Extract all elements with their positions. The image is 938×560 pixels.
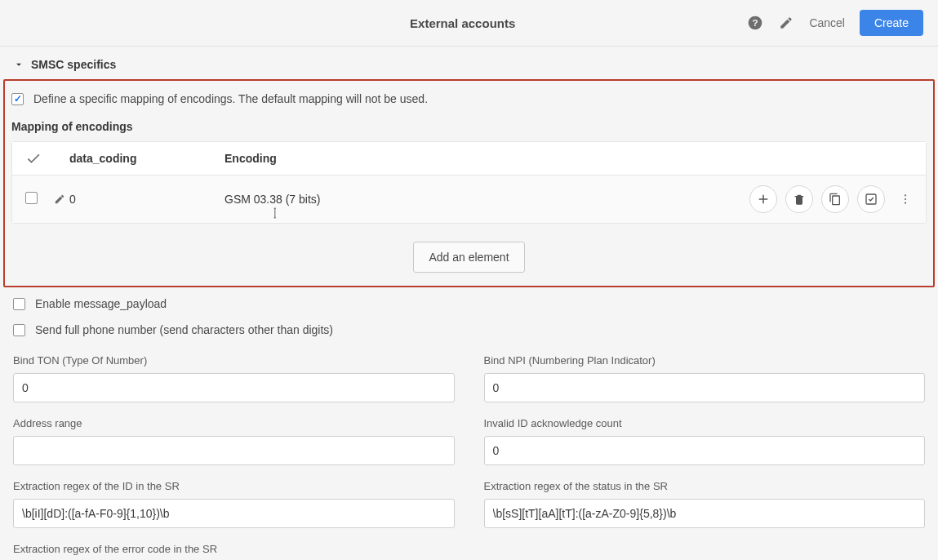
bind-ton-field: Bind TON (Type Of Number) bbox=[13, 354, 455, 402]
address-range-field: Address range bbox=[13, 417, 455, 465]
regex-status-label: Extraction regex of the status in the SR bbox=[484, 480, 926, 492]
more-icon[interactable] bbox=[898, 193, 913, 206]
row-actions bbox=[749, 185, 913, 213]
bind-npi-field: Bind NPI (Numbering Plan Indicator) bbox=[484, 354, 926, 402]
cursor-icon bbox=[270, 207, 282, 219]
svg-rect-2 bbox=[866, 194, 876, 204]
row-data-coding: 0 bbox=[69, 193, 224, 206]
form-grid: Bind TON (Type Of Number) Bind NPI (Numb… bbox=[0, 349, 938, 560]
row-encoding: GSM 03.38 (7 bits) bbox=[224, 193, 749, 206]
define-mapping-label: Define a specific mapping of encodings. … bbox=[33, 92, 428, 105]
row-encoding-value: GSM 03.38 (7 bits) bbox=[224, 193, 321, 206]
col-encoding[interactable]: Encoding bbox=[224, 152, 913, 165]
regex-id-input[interactable] bbox=[13, 499, 455, 528]
row-edit-icon[interactable] bbox=[50, 193, 69, 205]
regex-id-field: Extraction regex of the ID in the SR bbox=[13, 480, 455, 528]
svg-point-3 bbox=[905, 194, 906, 196]
regex-status-field: Extraction regex of the status in the SR bbox=[484, 480, 926, 528]
help-icon[interactable]: ? bbox=[747, 15, 763, 31]
page-header: External accounts ? Cancel Create bbox=[0, 0, 938, 47]
regex-status-input[interactable] bbox=[484, 499, 926, 528]
enable-payload-label: Enable message_payload bbox=[35, 297, 167, 310]
mapping-panel: Define a specific mapping of encodings. … bbox=[3, 79, 935, 287]
table-row[interactable]: 0 GSM 03.38 (7 bits) bbox=[12, 176, 926, 223]
svg-point-5 bbox=[905, 202, 906, 204]
col-data-coding[interactable]: data_coding bbox=[69, 152, 224, 165]
send-full-phone-label: Send full phone number (send characters … bbox=[35, 323, 333, 336]
options-area: Enable message_payload Send full phone n… bbox=[0, 287, 938, 336]
send-full-phone-row: Send full phone number (send characters … bbox=[13, 323, 925, 336]
define-mapping-checkbox[interactable] bbox=[11, 93, 24, 105]
table-header: data_coding Encoding bbox=[12, 142, 926, 176]
bind-npi-input[interactable] bbox=[484, 373, 926, 402]
svg-point-4 bbox=[905, 198, 906, 200]
mapping-subhead: Mapping of encodings bbox=[11, 120, 927, 133]
bind-ton-input[interactable] bbox=[13, 373, 455, 402]
invalid-ack-label: Invalid ID acknowledge count bbox=[484, 417, 926, 429]
address-range-label: Address range bbox=[13, 417, 455, 429]
select-row-button[interactable] bbox=[857, 185, 885, 213]
bind-npi-label: Bind NPI (Numbering Plan Indicator) bbox=[484, 354, 926, 367]
create-button[interactable]: Create bbox=[860, 10, 923, 36]
row-checkbox[interactable] bbox=[25, 192, 38, 204]
bind-ton-label: Bind TON (Type Of Number) bbox=[13, 354, 455, 367]
cancel-button[interactable]: Cancel bbox=[809, 16, 845, 29]
regex-id-label: Extraction regex of the ID in the SR bbox=[13, 480, 455, 492]
send-full-phone-checkbox[interactable] bbox=[13, 324, 25, 336]
add-row-button[interactable] bbox=[749, 185, 777, 213]
address-range-input[interactable] bbox=[13, 436, 455, 465]
edit-icon[interactable] bbox=[778, 15, 794, 31]
regex-err-field: Extraction regex of the error code in th… bbox=[13, 543, 925, 560]
add-element-button[interactable]: Add an element bbox=[413, 242, 524, 273]
mapping-table: data_coding Encoding 0 GSM 03.38 (7 bits… bbox=[11, 141, 927, 224]
invalid-ack-input[interactable] bbox=[484, 436, 926, 465]
section-header-smsc[interactable]: SMSC specifics bbox=[0, 47, 938, 79]
duplicate-row-button[interactable] bbox=[821, 185, 849, 213]
delete-row-button[interactable] bbox=[785, 185, 813, 213]
col-check-header bbox=[25, 150, 69, 167]
regex-err-label: Extraction regex of the error code in th… bbox=[13, 543, 925, 555]
content: SMSC specifics Define a specific mapping… bbox=[0, 47, 938, 560]
header-actions: ? Cancel Create bbox=[747, 10, 923, 36]
row-checkbox-cell bbox=[25, 192, 50, 207]
svg-text:?: ? bbox=[753, 17, 758, 28]
page-title: External accounts bbox=[178, 16, 747, 30]
check-icon bbox=[25, 150, 42, 167]
define-mapping-row: Define a specific mapping of encodings. … bbox=[11, 92, 927, 105]
enable-payload-row: Enable message_payload bbox=[13, 297, 925, 310]
add-element-row: Add an element bbox=[11, 232, 927, 278]
invalid-ack-field: Invalid ID acknowledge count bbox=[484, 417, 926, 465]
section-title: SMSC specifics bbox=[31, 58, 116, 71]
chevron-down-icon bbox=[13, 59, 24, 70]
enable-payload-checkbox[interactable] bbox=[13, 298, 25, 310]
